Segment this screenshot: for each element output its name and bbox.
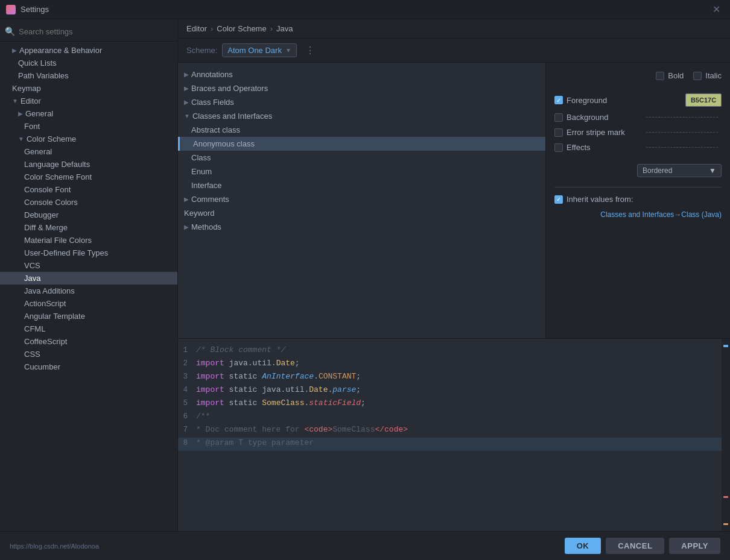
sidebar-item-general[interactable]: General: [0, 107, 177, 120]
scheme-dropdown[interactable]: Atom One Dark ▼: [222, 43, 297, 57]
tree-item-anonymous-class[interactable]: Anonymous class: [178, 137, 545, 151]
tree-item-label: Interface: [191, 181, 222, 190]
tree-item-braces-operators[interactable]: Braces and Operators: [178, 81, 545, 95]
sidebar-item-console-font[interactable]: Console Font: [0, 183, 177, 196]
italic-checkbox[interactable]: [693, 72, 702, 80]
code-line-7: 7 * Doc comment here for <code>SomeClass…: [178, 424, 722, 438]
code-scrollbar[interactable]: [722, 339, 730, 531]
inherit-row: Inherit values from:: [554, 195, 722, 204]
sidebar-item-language-defaults[interactable]: Language Defaults: [0, 158, 177, 171]
top-split: Annotations Braces and Operators Class F…: [178, 63, 730, 338]
sidebar-item-material-file-colors[interactable]: Material File Colors: [0, 234, 177, 247]
title-bar-left: Settings: [6, 5, 49, 14]
sidebar-item-actionscript[interactable]: ActionScript: [0, 297, 177, 310]
sidebar-item-font[interactable]: Font: [0, 120, 177, 133]
sidebar-item-path-variables[interactable]: Path Variables: [0, 69, 177, 82]
sidebar-item-appearance-behavior[interactable]: Appearance & Behavior: [0, 44, 177, 57]
scheme-dropdown-arrow-icon: ▼: [285, 47, 291, 54]
foreground-checkbox[interactable]: [554, 96, 563, 104]
code-content-4: import static java.util.Date.parse;: [196, 385, 361, 394]
code-preview: 1 /* Block comment */ 2 import java.util…: [178, 339, 722, 531]
inherit-link[interactable]: Classes and Interfaces→Class (Java): [600, 210, 722, 219]
sidebar-item-color-scheme-font[interactable]: Color Scheme Font: [0, 171, 177, 183]
code-preview-wrapper: 1 /* Block comment */ 2 import java.util…: [178, 338, 730, 531]
sidebar-item-vcs[interactable]: VCS: [0, 259, 177, 272]
sidebar-item-angular-template[interactable]: Angular Template: [0, 310, 177, 322]
tree-item-abstract-class[interactable]: Abstract class: [178, 123, 545, 137]
title-bar: Settings ✕: [0, 0, 730, 19]
tree-item-label: Anonymous class: [193, 139, 255, 148]
search-icon: 🔍: [5, 27, 15, 36]
tree-item-keyword[interactable]: Keyword: [178, 206, 545, 220]
apply-button[interactable]: APPLY: [669, 538, 720, 554]
scheme-name: Atom One Dark: [227, 46, 282, 55]
window-title: Settings: [21, 5, 49, 14]
sidebar-item-quick-lists[interactable]: Quick Lists: [0, 57, 177, 69]
tree-item-class-fields[interactable]: Class Fields: [178, 95, 545, 109]
code-content-8: * @param T type parameter: [196, 438, 314, 447]
tree-item-annotations[interactable]: Annotations: [178, 68, 545, 81]
tree-item-label: Methods: [191, 222, 221, 231]
sidebar-item-label: Keymap: [12, 84, 41, 93]
effects-dashed: [646, 147, 719, 148]
tree-panel: Annotations Braces and Operators Class F…: [178, 63, 546, 338]
bold-checkbox[interactable]: [656, 72, 664, 80]
tree-item-comments[interactable]: Comments: [178, 192, 545, 206]
scheme-menu-button[interactable]: ⋮: [302, 43, 319, 57]
cancel-button[interactable]: CANCEL: [606, 538, 664, 554]
tree-item-classes-interfaces[interactable]: Classes and Interfaces: [178, 109, 545, 123]
scheme-bar: Scheme: Atom One Dark ▼ ⋮: [178, 39, 730, 63]
sidebar-item-java-additions[interactable]: Java Additions: [0, 285, 177, 297]
effects-row: Effects: [554, 143, 722, 152]
tree-item-interface[interactable]: Interface: [178, 178, 545, 192]
tree-item-label: Keyword: [184, 209, 215, 218]
sidebar-item-label: Console Font: [24, 185, 71, 194]
effects-dropdown-value: Bordered: [643, 166, 672, 175]
sidebar-item-cucumber[interactable]: Cucumber: [0, 360, 177, 373]
sidebar-item-label: Angular Template: [24, 312, 85, 321]
style-options: Bold Italic: [554, 71, 722, 86]
breadcrumb-sep2: [270, 24, 273, 33]
close-button[interactable]: ✕: [709, 2, 724, 16]
sidebar-item-coffeescript[interactable]: CoffeeScript: [0, 335, 177, 348]
effects-checkbox[interactable]: [554, 143, 563, 152]
tree-item-label: Enum: [191, 167, 212, 176]
tree-item-class[interactable]: Class: [178, 151, 545, 165]
sidebar-item-editor[interactable]: Editor: [0, 95, 177, 107]
background-checkbox[interactable]: [554, 113, 563, 122]
error-stripe-checkbox[interactable]: [554, 128, 563, 137]
sidebar-item-color-scheme[interactable]: Color Scheme: [0, 133, 177, 145]
sidebar-item-label: Appearance & Behavior: [19, 46, 102, 55]
error-stripe-row: Error stripe mark: [554, 128, 722, 137]
search-input[interactable]: [19, 27, 173, 36]
tree-item-enum[interactable]: Enum: [178, 165, 545, 178]
sidebar-item-cfml[interactable]: CFML: [0, 322, 177, 335]
sidebar-item-label: ActionScript: [24, 299, 66, 308]
tree-item-methods[interactable]: Methods: [178, 220, 545, 234]
breadcrumb-color-scheme[interactable]: Color Scheme: [217, 24, 266, 33]
sidebar-item-console-colors[interactable]: Console Colors: [0, 196, 177, 209]
background-label: Background: [567, 113, 639, 122]
sidebar-item-java[interactable]: Java: [0, 272, 177, 285]
foreground-color-swatch[interactable]: B5C17C: [685, 93, 722, 107]
chevron-right-icon: [184, 71, 189, 78]
sidebar-item-general2[interactable]: General: [0, 145, 177, 158]
bottom-bar: https://blog.csdn.net/Alodonoa OK CANCEL…: [0, 531, 730, 560]
sidebar-item-diff-merge[interactable]: Diff & Merge: [0, 221, 177, 234]
code-content-5: import static SomeClass.staticField;: [196, 398, 366, 407]
breadcrumb: Editor Color Scheme Java: [178, 19, 730, 39]
sidebar-item-label: Debugger: [24, 210, 59, 219]
line-num-2: 2: [178, 359, 196, 368]
effects-dropdown[interactable]: Bordered ▼: [637, 164, 722, 177]
sidebar-item-debugger[interactable]: Debugger: [0, 209, 177, 221]
background-row: Background: [554, 113, 722, 122]
breadcrumb-editor[interactable]: Editor: [186, 24, 207, 33]
sidebar-item-user-defined-file-types[interactable]: User-Defined File Types: [0, 247, 177, 259]
chevron-right-icon: [184, 85, 189, 92]
sidebar-item-css[interactable]: CSS: [0, 348, 177, 360]
inherit-checkbox[interactable]: [554, 195, 563, 204]
sidebar-item-keymap[interactable]: Keymap: [0, 82, 177, 95]
sidebar-item-label: Editor: [21, 96, 41, 105]
line-num-8: 8: [178, 439, 196, 447]
ok-button[interactable]: OK: [565, 538, 601, 554]
